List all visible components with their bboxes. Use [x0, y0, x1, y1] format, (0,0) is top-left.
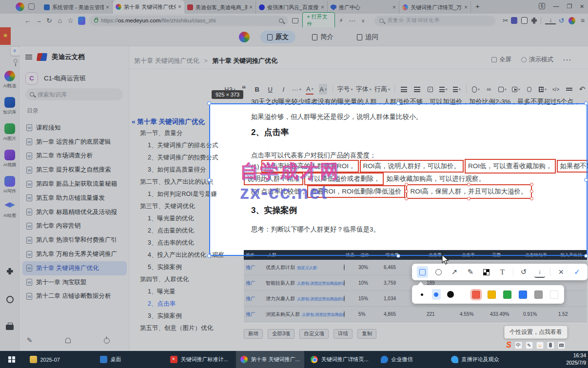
- taskbar-item-label: 直播评论及观众: [462, 356, 499, 363]
- ellipse-tool[interactable]: [433, 266, 444, 278]
- stroke-small-option[interactable]: [418, 289, 426, 300]
- taskbar-item-icon: [100, 356, 107, 363]
- color-swatch[interactable]: [472, 291, 480, 299]
- stroke-medium-option[interactable]: [432, 289, 440, 300]
- taskbar-item-icon: [240, 356, 248, 363]
- dim-overlay-left: [0, 103, 209, 256]
- color-swatch[interactable]: [550, 291, 558, 299]
- selection-handle[interactable]: [207, 254, 211, 258]
- dim-overlay-top: [0, 0, 588, 103]
- taskbar-item[interactable]: 关键词推广标准计...: [166, 351, 234, 368]
- selection-handle[interactable]: [207, 178, 211, 182]
- undo-annotation-button[interactable]: ↺: [518, 266, 529, 278]
- stroke-large-option[interactable]: [447, 289, 455, 300]
- capture-selection-rect[interactable]: [209, 103, 588, 256]
- save-capture-button[interactable]: ↓: [534, 266, 546, 278]
- taskbar-item-icon: [381, 356, 388, 363]
- selection-handle[interactable]: [396, 254, 400, 258]
- taskbar: 2025-07 桌面 关键词推广标准计... 第十章 关键词推广... 关键词推…: [0, 351, 588, 368]
- taskbar-item-icon: [30, 356, 37, 363]
- color-swatch[interactable]: [519, 291, 527, 299]
- selection-handle[interactable]: [584, 254, 588, 258]
- arrow-tool[interactable]: ↗: [449, 266, 460, 278]
- sogou-logo-icon[interactable]: S: [506, 341, 511, 349]
- annotation-toolbar: ↗ ✎ T ↺ ↓ × ✓: [412, 264, 588, 280]
- cancel-capture-button[interactable]: ×: [555, 266, 567, 278]
- screen: 系统管理 - 美迪云管理 × 第十章 关键词推广优化 × 美迪创客_美迪电商_美…: [0, 0, 588, 368]
- ime-language-toggle[interactable]: 中: [515, 342, 522, 349]
- taskbar-clock[interactable]: 16:34 2025/7/9: [566, 352, 586, 367]
- pencil-tool[interactable]: ✎: [465, 266, 476, 278]
- text-tool[interactable]: T: [497, 266, 508, 278]
- taskbar-item-label: 关键词推广详情页...: [321, 356, 369, 363]
- start-button[interactable]: [8, 356, 15, 363]
- taskbar-item[interactable]: 第十章 关键词推广...: [236, 351, 304, 368]
- selection-handle[interactable]: [584, 101, 588, 105]
- taskbar-item-icon: [170, 356, 177, 363]
- ime-pen-icon[interactable]: ✎: [526, 342, 533, 349]
- color-swatch[interactable]: [534, 291, 543, 299]
- confirm-capture-button[interactable]: ✓: [571, 266, 583, 278]
- taskbar-item-label: 关键词推广标准计...: [181, 356, 228, 363]
- stroke-color-panel: [412, 285, 564, 304]
- clock-date: 2025/7/9: [566, 359, 586, 367]
- taskbar-item-label: 桌面: [111, 356, 121, 363]
- taskbar-item-label: 企业微信: [392, 356, 413, 363]
- taskbar-item-label: 第十章 关键词推广...: [251, 356, 300, 363]
- taskbar-item[interactable]: 企业微信: [376, 351, 445, 368]
- taskbar-item-label: 2025-07: [40, 357, 60, 363]
- selection-handle[interactable]: [396, 101, 400, 105]
- taskbar-item[interactable]: 2025-07: [25, 351, 94, 368]
- selection-size-badge: 925 × 373: [212, 90, 243, 99]
- ime-mic-icon[interactable]: [547, 342, 554, 349]
- taskbar-item-icon: [451, 356, 458, 363]
- selection-handle[interactable]: [207, 101, 211, 105]
- taskbar-item[interactable]: 关键词推广详情页...: [306, 351, 374, 368]
- mouse-cursor: [442, 254, 450, 265]
- taskbar-item[interactable]: 桌面: [96, 351, 164, 368]
- ime-keyboard-icon[interactable]: [558, 342, 565, 349]
- taskbar-item-icon: [311, 356, 318, 363]
- clock-time: 16:34: [566, 352, 586, 359]
- color-panel-notch: [417, 282, 424, 286]
- selection-handle[interactable]: [584, 178, 588, 182]
- ime-toolbar: S 中 ✎ ☺: [506, 341, 565, 349]
- rectangle-tool[interactable]: [417, 266, 428, 278]
- sogou-tooltip: 个性设置，点我看看: [504, 326, 568, 339]
- color-swatch[interactable]: [488, 291, 496, 299]
- ime-emoji-icon[interactable]: ☺: [536, 342, 544, 349]
- taskbar-item[interactable]: 直播评论及观众: [447, 351, 515, 368]
- color-swatch[interactable]: [503, 291, 511, 299]
- mosaic-tool[interactable]: [481, 266, 492, 278]
